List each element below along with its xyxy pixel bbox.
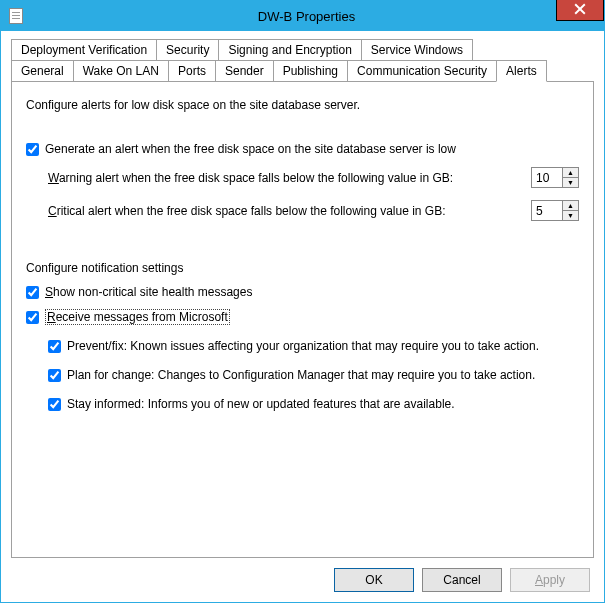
tab-publishing[interactable]: Publishing [273,60,348,82]
tab-wake-on-lan[interactable]: Wake On LAN [73,60,169,82]
tab-sender[interactable]: Sender [215,60,274,82]
warning-value-input[interactable] [532,168,562,187]
titlebar: DW-B Properties [1,1,604,31]
show-noncritical-label: Show non-critical site health messages [45,285,252,300]
tab-service-windows[interactable]: Service Windows [361,39,473,61]
warning-spin-up[interactable]: ▲ [563,168,578,178]
tab-alerts[interactable]: Alerts [496,60,547,82]
properties-dialog: DW-B Properties Deployment Verification … [0,0,605,603]
critical-value-spinner[interactable]: ▲ ▼ [531,200,579,221]
stay-informed-row: Stay informed: Informs you of new or upd… [48,397,579,412]
prevent-fix-checkbox[interactable] [48,340,61,353]
warning-spinner-buttons: ▲ ▼ [562,168,578,187]
warning-value-spinner[interactable]: ▲ ▼ [531,167,579,188]
plan-change-row: Plan for change: Changes to Configuratio… [48,368,579,383]
document-icon [9,8,23,24]
plan-change-label: Plan for change: Changes to Configuratio… [67,368,535,383]
critical-spinner-buttons: ▲ ▼ [562,201,578,220]
critical-alert-row: Critical alert when the free disk space … [48,200,579,221]
plan-change-checkbox[interactable] [48,369,61,382]
critical-spin-down[interactable]: ▼ [563,211,578,220]
dialog-button-bar: OK Cancel Apply [11,558,594,596]
tab-row-1: Deployment Verification Security Signing… [11,39,594,60]
stay-informed-checkbox[interactable] [48,398,61,411]
window-title: DW-B Properties [9,9,604,24]
close-icon [574,3,586,15]
notification-settings-header: Configure notification settings [26,261,579,275]
tab-signing-encryption[interactable]: Signing and Encryption [218,39,361,61]
critical-spin-up[interactable]: ▲ [563,201,578,211]
show-noncritical-row: Show non-critical site health messages [26,285,579,300]
warning-spin-down[interactable]: ▼ [563,178,578,187]
critical-alert-label: ritical alert when the free disk space f… [57,204,446,218]
tab-deployment-verification[interactable]: Deployment Verification [11,39,157,61]
alerts-description: Configure alerts for low disk space on t… [26,98,579,112]
show-noncritical-checkbox[interactable] [26,286,39,299]
apply-button[interactable]: Apply [510,568,590,592]
tab-security[interactable]: Security [156,39,219,61]
critical-value-input[interactable] [532,201,562,220]
warning-alert-row: Warning alert when the free disk space f… [48,167,579,188]
tab-content-alerts: Configure alerts for low disk space on t… [11,81,594,558]
tab-ports[interactable]: Ports [168,60,216,82]
prevent-fix-label: Prevent/fix: Known issues affecting your… [67,339,539,354]
tab-strip: Deployment Verification Security Signing… [11,39,594,81]
prevent-fix-row: Prevent/fix: Known issues affecting your… [48,339,579,354]
generate-alert-checkbox[interactable] [26,143,39,156]
ok-button[interactable]: OK [334,568,414,592]
tab-general[interactable]: General [11,60,74,82]
warning-alert-label: arning alert when the free disk space fa… [59,171,453,185]
close-button[interactable] [556,0,604,21]
generate-alert-row: Generate an alert when the free disk spa… [26,142,579,157]
cancel-button[interactable]: Cancel [422,568,502,592]
stay-informed-label: Stay informed: Informs you of new or upd… [67,397,455,412]
receive-ms-label: Receive messages from Microsoft [45,310,230,325]
receive-ms-row: Receive messages from Microsoft [26,310,579,325]
tab-communication-security[interactable]: Communication Security [347,60,497,82]
generate-alert-label: Generate an alert when the free disk spa… [45,142,456,157]
tab-row-2: General Wake On LAN Ports Sender Publish… [11,60,594,81]
receive-ms-checkbox[interactable] [26,311,39,324]
client-area: Deployment Verification Security Signing… [1,31,604,602]
